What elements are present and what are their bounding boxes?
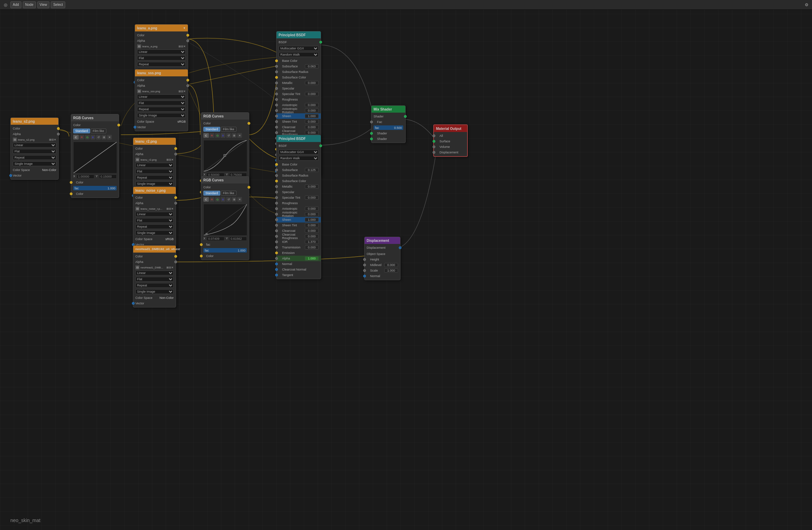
socket-r2-color[interactable]: [174, 147, 177, 150]
sss-repeat[interactable]: Repeat: [137, 107, 186, 112]
r2-repeat[interactable]: Repeat: [135, 175, 174, 180]
pbsdf1-subsurface-val[interactable]: 0.063: [305, 64, 319, 68]
r2-flat[interactable]: Flat: [135, 169, 174, 174]
sss-single-image[interactable]: Single Image: [137, 113, 186, 118]
node-leanu-sss[interactable]: leanu_sss.png Color Alpha 🖼 leanu_sss.pn…: [135, 69, 188, 131]
socket-disp-out[interactable]: [399, 246, 402, 249]
sss-linear[interactable]: Linear: [137, 94, 186, 99]
socket-pbsdf1-subsurface-color[interactable]: [275, 76, 278, 79]
socket-alpha-out-sss[interactable]: [186, 84, 189, 87]
pbsdf1-subsurface-method[interactable]: Random Walk: [279, 52, 319, 57]
pbsdf2-distribution[interactable]: Multiscatter GGX: [279, 150, 319, 154]
r2-linear[interactable]: Linear: [135, 163, 174, 168]
neohead-flat[interactable]: Flat: [135, 277, 174, 282]
noise-single-image[interactable]: Single Image: [135, 230, 174, 235]
curve2-tool-r[interactable]: R: [210, 133, 214, 138]
socket-noise-alpha[interactable]: [174, 202, 177, 205]
curve3-tool-g[interactable]: G: [215, 197, 220, 202]
noise-linear[interactable]: Linear: [135, 212, 174, 217]
curve2-tool-c[interactable]: C: [203, 133, 209, 138]
node-mix-shader[interactable]: Mix Shader Shader Fac fac 0.500 Shader S…: [371, 105, 406, 143]
s2-flat[interactable]: Flat: [13, 149, 56, 154]
socket-rgb1-color-in[interactable]: [70, 181, 72, 184]
r2-single-image[interactable]: Single Image: [135, 181, 174, 186]
socket-s2-vector[interactable]: [9, 174, 12, 177]
node-rgb-curves-3[interactable]: RGB Curves Color Standard Film like C R …: [201, 176, 249, 260]
s2-single-image[interactable]: Single Image: [13, 161, 56, 166]
curve2-tool-x[interactable]: ✕: [237, 133, 242, 138]
socket-color-out-sss[interactable]: [186, 79, 189, 82]
curve2-tool-b[interactable]: B: [221, 133, 225, 138]
curve-tool-reset[interactable]: ↺: [96, 135, 101, 140]
socket-pbsdf1-subsurface-radius[interactable]: [275, 70, 278, 73]
socket-pbsdf1-specular[interactable]: [275, 87, 278, 90]
curve-tool-b[interactable]: B: [90, 135, 95, 140]
socket-neohead-alpha[interactable]: [174, 261, 177, 263]
curve3-tool-r[interactable]: R: [210, 197, 214, 202]
s2-repeat[interactable]: Repeat: [13, 155, 56, 160]
curve2-tool-g[interactable]: G: [215, 133, 220, 138]
node-rgb-curves-1[interactable]: RGB Curves Color Standard Film like C R …: [71, 114, 119, 198]
tab-standard-1[interactable]: Standard: [73, 129, 90, 133]
tab-standard-2[interactable]: Standard: [203, 127, 220, 132]
neohead-repeat[interactable]: Repeat: [135, 283, 174, 288]
node-material-output[interactable]: Material Output All Surface Volume Displ…: [433, 124, 468, 157]
curve3-tool-b[interactable]: B: [221, 197, 225, 202]
curve3-tool-extra[interactable]: ⊞: [232, 197, 236, 202]
pbsdf1-distribution[interactable]: Multiscatter GGX: [279, 46, 319, 51]
socket-sss-vector[interactable]: [134, 126, 136, 129]
curve-tool-extra[interactable]: ⊞: [102, 135, 106, 140]
linear-select[interactable]: Linear: [137, 49, 186, 54]
neohead-linear[interactable]: Linear: [135, 271, 174, 275]
noise-repeat[interactable]: Repeat: [135, 224, 174, 229]
socket-r2-alpha[interactable]: [174, 153, 177, 155]
pbsdf2-subsurface-method[interactable]: Random Walk: [279, 156, 319, 161]
pbsdf1-spectint-val[interactable]: 0.000: [305, 92, 319, 96]
socket-rgb3-fac-in[interactable]: [200, 243, 203, 246]
socket-pbsdf1-out[interactable]: [319, 41, 322, 44]
y-coord-3[interactable]: 0.61562: [229, 237, 247, 241]
neohead-single-image[interactable]: Single Image: [135, 289, 174, 294]
socket-pbsdf1-specular-tint[interactable]: [275, 93, 278, 95]
tab-standard-3[interactable]: Standard: [203, 191, 220, 196]
curve-tool-x[interactable]: ✕: [107, 135, 112, 140]
y-coord-1[interactable]: 0.15000: [99, 174, 117, 179]
socket-pbsdf1-metallic[interactable]: [275, 82, 278, 84]
socket-alpha-out[interactable]: [186, 39, 189, 42]
s2-linear[interactable]: Linear: [13, 143, 56, 148]
tab-filmlike-3[interactable]: Film like: [221, 191, 236, 196]
socket-neohead-vector[interactable]: [132, 302, 135, 305]
curve-tool-g[interactable]: G: [85, 135, 90, 140]
socket-noise-color[interactable]: [174, 196, 177, 199]
tab-filmlike-1[interactable]: Film like: [91, 129, 106, 133]
toolbar-btn-view[interactable]: View: [37, 1, 50, 8]
curve3-tool-c[interactable]: C: [203, 197, 209, 202]
socket-pbsdf2-out[interactable]: [319, 144, 322, 147]
socket-rgb3-color-out[interactable]: [248, 186, 250, 189]
socket-pbsdf1-roughness[interactable]: [275, 98, 278, 101]
socket-rgb1-color-in2[interactable]: [70, 192, 72, 195]
settings-icon[interactable]: ⚙: [803, 1, 810, 8]
curve-tool-r[interactable]: R: [79, 135, 84, 140]
tab-filmlike-2[interactable]: Film like: [221, 127, 236, 132]
curve3-tool-reset[interactable]: ↺: [226, 197, 231, 202]
toolbar-btn-add[interactable]: Add: [10, 1, 21, 8]
flat-select[interactable]: Flat: [137, 56, 186, 60]
socket-mix-out[interactable]: [404, 115, 407, 118]
socket-pbsdf1-anisotropic[interactable]: [275, 104, 278, 106]
sss-flat[interactable]: Flat: [137, 101, 186, 105]
socket-color-out[interactable]: [186, 34, 189, 37]
socket-neohead-color[interactable]: [174, 255, 177, 258]
node-leanu-s2[interactable]: leanu_s2.png Color Alpha 🖼 leanu_s2.png …: [10, 117, 59, 180]
curve2-tool-reset[interactable]: ↺: [226, 133, 231, 138]
socket-s2-color[interactable]: [57, 127, 60, 130]
socket-s2-alpha[interactable]: [57, 133, 60, 135]
node-leanu-noise[interactable]: leanu_noise_r.png Color Alpha 🖼 leanu_no…: [133, 187, 176, 249]
node-neohead1[interactable]: neoHead1_DMB192_u0_v0.exr Color Alpha 🖼 …: [133, 245, 176, 307]
socket-pbsdf1-subsurface[interactable]: [275, 65, 278, 68]
socket-rgb1-color-out[interactable]: [117, 124, 120, 126]
node-displacement[interactable]: Displacement Displacement Object Space H…: [364, 237, 400, 280]
socket-pbsdf1-basecolor[interactable]: [275, 59, 278, 62]
pbsdf1-metallic-val[interactable]: 0.000: [305, 81, 319, 85]
x-coord-3[interactable]: 0.07409: [207, 237, 224, 241]
